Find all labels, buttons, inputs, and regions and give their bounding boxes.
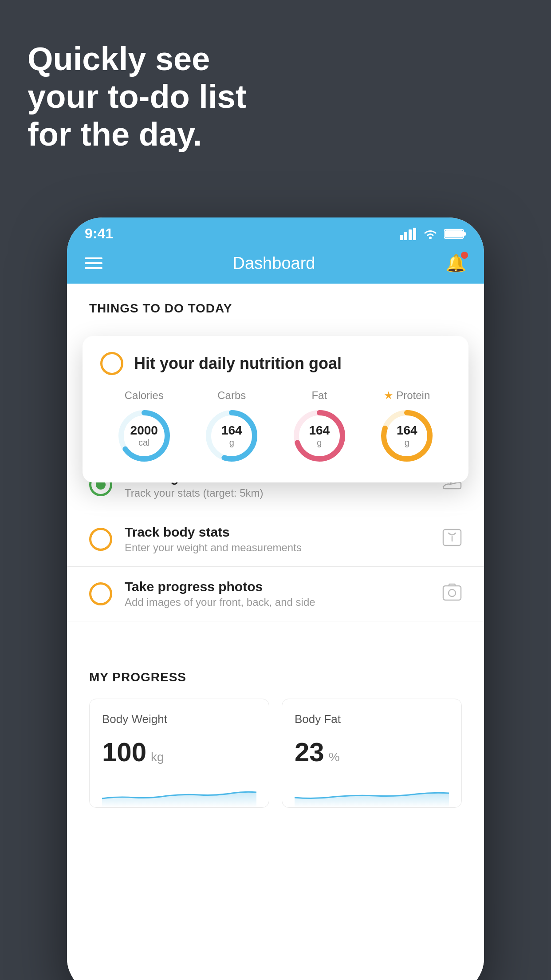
status-bar: 9:41 <box>67 217 484 246</box>
section-header: THINGS TO DO TODAY <box>67 284 484 324</box>
nutrition-goal-circle <box>100 352 123 375</box>
svg-point-4 <box>429 237 432 239</box>
hamburger-icon[interactable] <box>85 257 102 269</box>
body-fat-card: Body Fat 23 % <box>282 699 462 808</box>
bell-notification-dot <box>461 252 468 259</box>
protein-value: 164 <box>397 424 417 438</box>
card-header: Hit your daily nutrition goal <box>100 352 451 375</box>
protein-label-row: ★ Protein <box>384 389 430 402</box>
carbs-value: 164 <box>221 424 242 438</box>
svg-point-19 <box>449 589 456 597</box>
svg-rect-18 <box>443 586 461 600</box>
nutrition-circles: Calories 2000 cal Carbs <box>100 389 451 465</box>
carbs-donut: 164 g <box>203 407 260 465</box>
nav-title: Dashboard <box>233 254 315 273</box>
calories-value: 2000 <box>130 424 158 438</box>
photos-sub: Add images of your front, back, and side <box>125 596 430 609</box>
nutrition-fat: Fat 164 g <box>291 389 348 465</box>
fat-value: 164 <box>309 424 330 438</box>
protein-star-icon: ★ <box>384 389 394 402</box>
fat-unit: g <box>309 438 330 448</box>
body-weight-card: Body Weight 100 kg <box>89 699 269 808</box>
progress-section: MY PROGRESS Body Weight 100 kg <box>67 648 484 808</box>
nutrition-carbs: Carbs 164 g <box>203 389 260 465</box>
phone-frame: 9:41 <box>67 217 484 980</box>
wifi-icon <box>422 228 439 240</box>
svg-rect-0 <box>400 235 403 240</box>
nutrition-goal-title: Hit your daily nutrition goal <box>134 354 342 373</box>
body-stats-name: Track body stats <box>125 525 430 540</box>
status-time: 9:41 <box>85 225 113 242</box>
progress-title: MY PROGRESS <box>89 670 462 684</box>
svg-rect-1 <box>404 232 407 240</box>
body-fat-value-row: 23 % <box>295 737 449 767</box>
todo-item-body-stats[interactable]: Track body stats Enter your weight and m… <box>67 512 484 567</box>
calories-label: Calories <box>125 389 164 402</box>
floating-card: Hit your daily nutrition goal Calories 2… <box>83 336 468 482</box>
body-fat-unit: % <box>329 750 340 764</box>
body-fat-value: 23 <box>295 737 324 767</box>
body-stats-info: Track body stats Enter your weight and m… <box>125 525 430 554</box>
body-stats-circle <box>89 528 112 551</box>
bell-icon[interactable]: 🔔 <box>445 253 466 273</box>
hero-line2: your to-do list <box>28 78 246 115</box>
body-fat-sparkline <box>295 776 449 807</box>
photos-circle <box>89 582 112 605</box>
svg-rect-2 <box>409 229 412 240</box>
running-sub: Track your stats (target: 5km) <box>125 487 430 499</box>
nutrition-calories: Calories 2000 cal <box>115 389 173 465</box>
carbs-unit: g <box>221 438 242 448</box>
progress-cards: Body Weight 100 kg <box>89 699 462 808</box>
scale-icon <box>442 529 462 550</box>
todo-item-photos[interactable]: Take progress photos Add images of your … <box>67 567 484 621</box>
svg-rect-7 <box>445 230 463 237</box>
photo-icon <box>442 583 462 605</box>
things-today-title: THINGS TO DO TODAY <box>89 301 232 315</box>
calories-donut: 2000 cal <box>115 407 173 465</box>
carbs-label: Carbs <box>217 389 246 402</box>
body-weight-sparkline <box>102 776 256 807</box>
status-icons <box>400 228 466 240</box>
body-weight-title: Body Weight <box>102 712 256 726</box>
phone-content: THINGS TO DO TODAY Hit your daily nutrit… <box>67 284 484 980</box>
protein-label: Protein <box>396 389 430 402</box>
body-fat-title: Body Fat <box>295 712 449 726</box>
signal-icon <box>400 228 417 240</box>
body-weight-value: 100 <box>102 737 146 767</box>
svg-rect-3 <box>413 228 416 240</box>
hero-text: Quickly see your to-do list for the day. <box>28 40 246 153</box>
body-weight-value-row: 100 kg <box>102 737 256 767</box>
nutrition-protein: ★ Protein 164 g <box>378 389 436 465</box>
nav-bar: Dashboard 🔔 <box>67 246 484 284</box>
fat-label: Fat <box>311 389 327 402</box>
protein-unit: g <box>397 438 417 448</box>
svg-rect-6 <box>464 232 466 236</box>
hero-line1: Quickly see <box>28 40 210 77</box>
photos-name: Take progress photos <box>125 579 430 594</box>
protein-donut: 164 g <box>378 407 436 465</box>
body-stats-sub: Enter your weight and measurements <box>125 541 430 554</box>
photos-info: Take progress photos Add images of your … <box>125 579 430 609</box>
body-weight-unit: kg <box>151 750 164 764</box>
fat-donut: 164 g <box>291 407 348 465</box>
hero-line3: for the day. <box>28 116 202 153</box>
calories-unit: cal <box>130 438 158 448</box>
battery-icon <box>444 228 466 240</box>
